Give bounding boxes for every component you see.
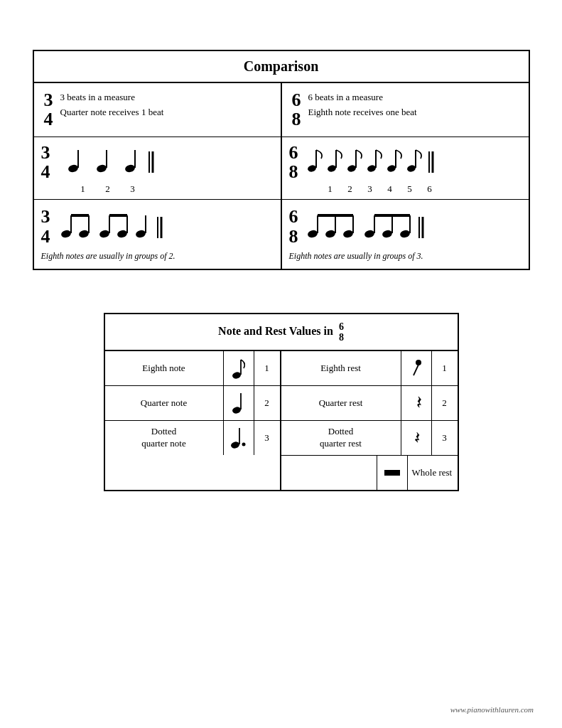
nrv-value-rest-3: 3: [432, 432, 458, 444]
time-sig-6-8: 6 8: [292, 90, 301, 129]
nrv-label-dotted-quarter-rest: Dottedquarter rest: [281, 422, 401, 454]
svg-point-52: [232, 371, 242, 380]
left-notation-cell-1: 34: [33, 136, 281, 199]
nrv-right: Eighth rest 1 Quarter rest 𝄽 2: [281, 351, 458, 490]
svg-point-45: [381, 229, 392, 238]
nrv-row-whole-rest: Whole rest: [281, 456, 458, 490]
svg-point-47: [399, 229, 410, 238]
svg-point-56: [231, 441, 240, 449]
svg-point-10: [327, 164, 337, 173]
quarter-notes-3-4: [53, 143, 167, 182]
beat-numbers-6-8: 1 2 3 4 5 6: [289, 183, 522, 195]
nrv-symbol-dotted-quarter-note: [223, 421, 254, 455]
nrv-fraction: 6 8: [339, 321, 344, 343]
beat-numbers-3-4: 1 2 3: [41, 183, 274, 195]
nrv-symbol-dotted-quarter-rest: 𝄽·: [401, 421, 432, 455]
nrv-symbol-quarter-note: [223, 386, 254, 420]
svg-point-58: [242, 443, 245, 446]
svg-point-40: [342, 229, 353, 238]
nrv-title: Note and Rest Values in: [218, 325, 333, 337]
nrv-value-1: 1: [254, 363, 280, 374]
nrv-label-dotted-quarter-note: Dottedquarter note: [105, 422, 223, 454]
eighth-notes-6-8: [301, 143, 454, 182]
nrv-label-whole-rest-empty: [281, 469, 377, 477]
nrv-row-quarter-note: Quarter note 2: [105, 386, 280, 421]
right-notation-cell-1: 68: [281, 136, 529, 199]
nrv-symbol-quarter-rest: 𝄽: [401, 386, 432, 420]
beamed-eighths-6-8: [301, 205, 443, 248]
footer: www.pianowithlauren.com: [450, 705, 534, 714]
nrv-value-3: 3: [254, 432, 280, 444]
svg-point-0: [67, 164, 78, 173]
nrv-label-quarter-note: Quarter note: [105, 393, 223, 413]
nrv-row-quarter-rest: Quarter rest 𝄽 2: [281, 386, 458, 421]
right-caption-2: Eighth notes are usually in groups of 3.: [289, 248, 522, 266]
beamed-eighths-3-4: [53, 205, 174, 248]
svg-point-43: [363, 229, 374, 238]
nrv-symbol-eighth-rest: [401, 351, 432, 385]
svg-point-29: [116, 229, 127, 238]
svg-point-14: [367, 164, 377, 173]
comparison-title: Comparison: [33, 50, 529, 82]
nrv-symbol-eighth-note: [223, 351, 254, 385]
svg-point-32: [134, 229, 146, 238]
nrv-label-quarter-rest: Quarter rest: [281, 393, 401, 413]
svg-point-22: [60, 229, 71, 238]
svg-point-24: [77, 229, 89, 238]
nrv-row-dotted-quarter-rest: Dottedquarter rest 𝄽· 3: [281, 421, 458, 456]
left-caption-2: Eighth notes are usually in groups of 2.: [41, 248, 274, 266]
nrv-symbol-whole-rest: [377, 456, 408, 490]
nrv-value-whole-rest: Whole rest: [408, 467, 458, 478]
right-notation-cell-2: 68: [281, 199, 529, 269]
svg-point-18: [406, 164, 416, 173]
nrv-label-eighth-note: Eighth note: [105, 358, 223, 378]
svg-point-8: [307, 164, 317, 173]
svg-point-27: [98, 229, 109, 238]
svg-point-36: [306, 229, 318, 238]
right-info-text: 6 beats in a measure Eighth note receive…: [308, 90, 417, 120]
svg-point-4: [124, 164, 135, 173]
nrv-value-2: 2: [254, 397, 280, 409]
nrv-header: Note and Rest Values in 6 8: [105, 314, 458, 352]
svg-point-2: [95, 164, 107, 173]
svg-point-38: [324, 229, 335, 238]
svg-point-12: [347, 164, 357, 173]
nrv-row-dotted-quarter-note: Dottedquarter note 3: [105, 421, 280, 455]
svg-line-60: [414, 365, 418, 375]
nrv-table-wrapper: Note and Rest Values in 6 8 Eighth note …: [104, 313, 459, 492]
nrv-label-eighth-rest: Eighth rest: [281, 358, 401, 378]
left-info-cell: 3 4 3 beats in a measure Quarter note re…: [33, 82, 281, 136]
nrv-body: Eighth note 1 Quarter note: [105, 351, 458, 490]
svg-point-54: [232, 406, 242, 414]
nrv-row-eighth-rest: Eighth rest 1: [281, 351, 458, 386]
time-sig-3-4: 3 4: [44, 90, 53, 129]
nrv-left: Eighth note 1 Quarter note: [105, 351, 281, 490]
nrv-value-rest-1: 1: [432, 363, 458, 374]
right-info-cell: 6 8 6 beats in a measure Eighth note rec…: [281, 82, 529, 136]
svg-point-59: [416, 360, 421, 365]
left-notation-cell-2: 34: [33, 199, 281, 269]
nrv-row-eighth-note: Eighth note 1: [105, 351, 280, 386]
comparison-table: Comparison 3 4 3 beats in a measure Quar…: [33, 50, 530, 270]
comparison-table-wrapper: Comparison 3 4 3 beats in a measure Quar…: [28, 50, 534, 270]
left-info-text: 3 beats in a measure Quarter note receiv…: [60, 90, 164, 120]
nrv-value-rest-2: 2: [432, 397, 458, 409]
svg-point-16: [387, 164, 396, 173]
